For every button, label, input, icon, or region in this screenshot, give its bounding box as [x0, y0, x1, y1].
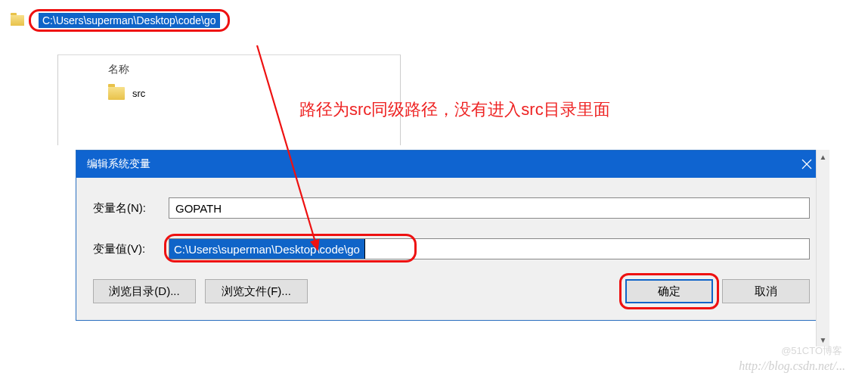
vertical-scrollbar[interactable]: ▲ ▼ [816, 150, 829, 346]
address-bar-text[interactable]: C:\Users\superman\Desktop\code\go [39, 13, 220, 28]
dialog-titlebar[interactable]: 编辑系统变量 [76, 151, 826, 178]
address-highlight-annotation: C:\Users\superman\Desktop\code\go [29, 9, 230, 32]
variable-value-selected-text: C:\Users\superman\Desktop\code\go [169, 239, 365, 259]
close-icon [801, 159, 812, 169]
browse-directory-button[interactable]: 浏览目录(D)... [93, 279, 196, 303]
watermark-text: @51CTO博客 [781, 344, 842, 358]
scroll-up-icon[interactable]: ▲ [817, 150, 829, 163]
cancel-button[interactable]: 取消 [722, 279, 810, 303]
variable-value-label: 变量值(V): [93, 242, 169, 256]
file-name: src [132, 88, 145, 99]
folder-icon [11, 15, 24, 26]
variable-name-label: 变量名(N): [93, 201, 169, 216]
variable-name-input[interactable] [169, 197, 810, 219]
edit-system-variable-dialog: 编辑系统变量 变量名(N): 变量值(V): C:\Users\superman… [76, 150, 827, 321]
explorer-header: C:\Users\superman\Desktop\code\go [11, 0, 411, 32]
watermark-url: http://blog.csdn.net/... [739, 359, 845, 373]
folder-icon [108, 87, 125, 100]
column-header-name[interactable]: 名称 [70, 60, 388, 84]
annotation-text: 路径为src同级路径，没有进入src目录里面 [299, 98, 610, 121]
ok-button[interactable]: 确定 [625, 279, 713, 303]
dialog-title: 编辑系统变量 [87, 157, 150, 171]
browse-file-button[interactable]: 浏览文件(F)... [205, 279, 308, 303]
